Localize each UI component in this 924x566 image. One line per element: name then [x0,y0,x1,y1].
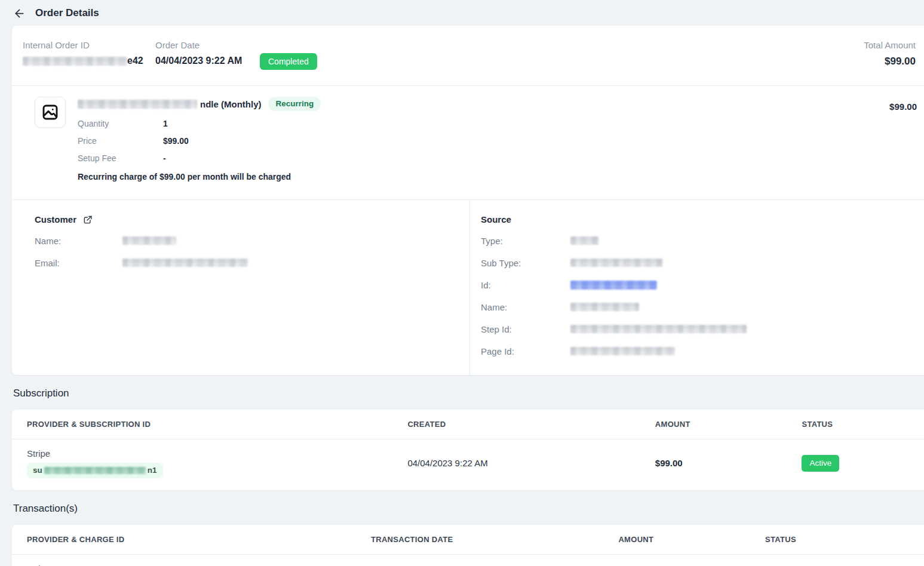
col-provider-charge-id: PROVIDER & CHARGE ID [12,525,365,555]
recurring-badge: Recurring [268,97,321,111]
transactions-header-row: PROVIDER & CHARGE ID TRANSACTION DATE AM… [12,525,924,555]
product-line-amount: $99.00 [889,101,917,182]
source-stepid-row: Step Id: [481,323,914,335]
subscription-id-prefix: su [33,466,42,475]
source-type-row: Type: [481,235,914,247]
redacted-subscription-id [44,467,146,474]
transactions-card: PROVIDER & CHARGE ID TRANSACTION DATE AM… [12,525,924,566]
source-id-row: Id: [481,279,914,291]
col-status: STATUS [796,410,924,439]
total-amount-label: Total Amount [864,40,916,50]
subscription-amount-cell: $99.00 [649,439,796,490]
setup-fee-row: Setup Fee - [78,153,889,163]
subscription-created-cell: 04/04/2023 9:22 AM [401,439,649,490]
product-row: ndle (Monthly) Recurring Quantity 1 Pric… [12,86,924,199]
customer-name-label: Name: [35,236,122,246]
product-name: ndle (Monthly) [78,99,261,109]
customer-email-row: Email: [35,257,455,269]
setup-fee-label: Setup Fee [78,153,163,163]
redacted-source-stepid [570,325,747,333]
back-button[interactable] [12,6,26,20]
transaction-provider-cell: Stripe pi_ 3l [12,554,365,566]
image-placeholder-icon [41,103,59,121]
source-panel: Source Type: Sub Type: Id: Name: Step Id… [470,200,924,375]
source-id-label: Id: [481,280,570,290]
subscription-section-title: Subscription [13,387,924,399]
col-created: CREATED [401,410,649,439]
col-trx-amount: AMOUNT [612,525,759,555]
quantity-row: Quantity 1 [78,119,889,128]
customer-email-label: Email: [35,258,122,268]
redacted-source-type [570,236,599,245]
quantity-label: Quantity [78,119,163,128]
order-card: Internal Order ID e42 Order Date 04/04/2… [12,26,924,375]
total-amount-value: $99.00 [864,56,916,67]
redacted-customer-name [122,236,176,245]
customer-panel-title: Customer [35,214,455,224]
price-value: $99.00 [163,136,189,146]
subscription-header-row: PROVIDER & SUBSCRIPTION ID CREATED AMOUN… [12,410,924,439]
customer-title-text: Customer [35,214,76,224]
source-pageid-label: Page Id: [481,346,570,356]
order-summary-row: Internal Order ID e42 Order Date 04/04/2… [12,26,924,85]
order-date-block: Order Date 04/04/2023 9:22 AM [155,40,260,66]
internal-order-id-label: Internal Order ID [23,40,155,50]
subscription-table: PROVIDER & SUBSCRIPTION ID CREATED AMOUN… [12,410,924,490]
subscription-provider: Stripe [27,448,395,459]
source-name-label: Name: [481,302,570,312]
redacted-source-subtype [570,259,663,267]
source-name-row: Name: [481,301,914,313]
col-provider-subscription-id: PROVIDER & SUBSCRIPTION ID [12,410,401,439]
source-pageid-row: Page Id: [481,345,914,357]
quantity-value: 1 [163,119,168,128]
redacted-source-id-link[interactable] [570,281,657,290]
subscription-card: PROVIDER & SUBSCRIPTION ID CREATED AMOUN… [12,410,924,490]
redacted-customer-email [122,259,248,267]
transaction-status-cell: Succeeded [759,554,924,566]
recurring-charge-note: Recurring charge of $99.00 per month wil… [78,172,889,182]
arrow-left-icon [13,7,26,20]
total-amount-block: Total Amount $99.00 [864,40,917,67]
transaction-date-cell: 04/04/2023 9:24 AM [365,554,612,566]
price-label: Price [78,136,163,146]
source-stepid-label: Step Id: [481,324,570,334]
source-subtype-row: Sub Type: [481,257,914,269]
transactions-section-title: Transaction(s) [13,503,924,515]
internal-order-id-value: e42 [23,56,155,66]
setup-fee-value: - [163,153,166,163]
redacted-source-pageid [570,347,675,355]
internal-order-id-block: Internal Order ID e42 [23,40,155,66]
product-name-visible-suffix: ndle (Monthly) [200,99,261,109]
redacted-source-name [570,303,639,311]
subscription-id-suffix: n1 [148,466,157,475]
order-id-visible-suffix: e42 [127,56,143,66]
external-link-icon[interactable] [83,215,93,224]
transaction-row[interactable]: Stripe pi_ 3l 04/04/2023 9:24 AM $99.00 … [12,554,924,566]
source-subtype-label: Sub Type: [481,258,570,268]
col-amount: AMOUNT [649,410,796,439]
transaction-provider: Stripe [27,564,359,566]
col-trx-status: STATUS [759,525,924,555]
page-header: Order Details [0,0,924,26]
subscription-id-pill: su n1 [27,463,163,478]
product-details: ndle (Monthly) Recurring Quantity 1 Pric… [78,97,889,182]
subscription-row[interactable]: Stripe su n1 04/04/2023 9:22 AM $99.00 A… [12,439,924,490]
order-date-value: 04/04/2023 9:22 AM [155,56,260,66]
order-status-badge: Completed [260,53,317,70]
customer-source-row: Customer Name: Email: Sour [12,200,924,375]
source-type-label: Type: [481,236,570,246]
subscription-provider-cell: Stripe su n1 [12,439,401,490]
customer-name-row: Name: [35,235,455,247]
subscription-status-badge: Active [802,455,839,472]
price-row: Price $99.00 [78,136,889,146]
page-title: Order Details [35,7,99,19]
order-date-label: Order Date [155,40,260,50]
transactions-table: PROVIDER & CHARGE ID TRANSACTION DATE AM… [12,525,924,566]
transaction-amount-cell: $99.00 [612,554,759,566]
product-thumbnail [35,97,66,128]
customer-panel: Customer Name: Email: [12,200,470,375]
subscription-status-cell: Active [796,439,924,490]
source-title-text: Source [481,214,511,224]
redacted-order-id [23,57,127,66]
product-name-row: ndle (Monthly) Recurring [78,97,889,111]
